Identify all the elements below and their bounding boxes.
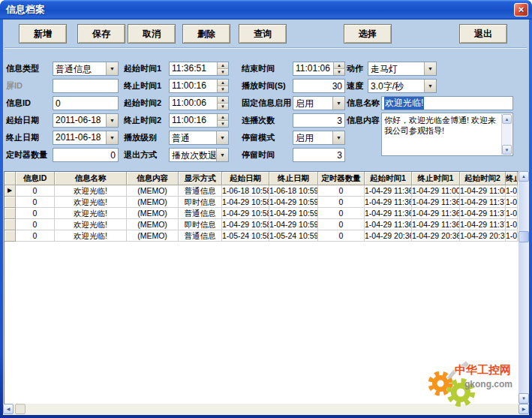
screen-id-field[interactable] — [53, 79, 119, 93]
grid-header-cell[interactable]: 定时器数量 — [318, 172, 365, 185]
grid-cell[interactable]: 0 — [16, 208, 55, 219]
grid-cell[interactable]: 1-04-29 10:58 — [222, 219, 269, 230]
grid-cell[interactable]: 1-04-29 20:36 — [460, 230, 506, 242]
grid-header-cell[interactable]: 起始日期 — [222, 172, 269, 185]
grid-cell[interactable]: 即时信息 — [179, 197, 222, 208]
grid-cell[interactable]: (MEMO) — [127, 185, 179, 197]
info-content-textarea[interactable]: 你好，欢迎光临金博通! 欢迎来我公司参观指导! ▲ ▼ — [381, 113, 513, 156]
grid-cell[interactable]: 1-04-29 11:37 — [460, 197, 506, 208]
spin-up-icon[interactable]: ▲ — [218, 97, 228, 104]
grid-header-cell[interactable]: 信息内容 — [127, 172, 179, 185]
grid-cell[interactable]: (MEMO) — [127, 197, 179, 208]
repeat-count-field[interactable]: 3 — [293, 113, 345, 128]
grid-cell[interactable]: 欢迎光临! — [55, 230, 127, 242]
grid-cell[interactable]: 1-06-18 10:58 — [222, 185, 269, 197]
chevron-down-icon[interactable]: ▼ — [106, 62, 118, 75]
exit-mode-combo[interactable]: 播放次数退出 ▼ — [169, 148, 229, 162]
grid-cell[interactable]: 普通信息 — [179, 208, 222, 219]
grid-row[interactable]: 0欢迎光临!(MEMO)即时信息1-04-29 10:581-04-29 10:… — [5, 219, 518, 230]
grid-header-cell[interactable]: 起始时间1 — [365, 172, 412, 185]
spin-up-icon[interactable]: ▲ — [334, 62, 344, 69]
grid-header-cell[interactable]: 终止日期 — [269, 172, 318, 185]
grid-cell[interactable]: (MEMO) — [127, 230, 179, 242]
grid-row[interactable]: 0欢迎光临!(MEMO)普通信息1-04-29 10:581-04-29 10:… — [5, 208, 518, 219]
grid-cell[interactable]: 1-04-29 10:58 — [222, 197, 269, 208]
grid-cell[interactable]: 0 — [16, 230, 55, 242]
grid-cell[interactable]: 1-04-29 10:59 — [269, 197, 318, 208]
grid-cell[interactable]: 1-04-29 20:36 — [412, 230, 460, 242]
grid-cell[interactable]: 1-05-24 10:58 — [222, 230, 269, 242]
grid-cell[interactable]: 1-04-29 10:59 — [269, 219, 318, 230]
spin-down-icon[interactable]: ▼ — [218, 86, 228, 92]
row-selector-cell[interactable] — [5, 219, 16, 230]
select-button[interactable]: 选择 — [344, 24, 392, 44]
grid-cell[interactable]: (MEMO) — [127, 208, 179, 219]
grid-cell[interactable]: 1-04-29 10:59 — [269, 208, 318, 219]
row-selector-cell[interactable] — [5, 230, 16, 242]
current-row-marker-icon[interactable]: ▶ — [5, 185, 16, 197]
vertical-scroll-thumb[interactable] — [518, 231, 529, 242]
stay-time-field[interactable]: 3 — [293, 148, 345, 162]
grid-cell[interactable]: 1-04-29 11:36 — [412, 197, 460, 208]
exit-button[interactable]: 退出 — [459, 24, 507, 44]
chevron-down-icon[interactable]: ▼ — [216, 131, 228, 144]
start-time2-spinner[interactable]: 11:00:06 ▲▼ — [169, 96, 229, 110]
textarea-scrollbar[interactable]: ▲ ▼ — [501, 114, 512, 155]
stop-time2-spinner[interactable]: 11:00:16 ▲▼ — [169, 113, 229, 128]
grid-cell[interactable]: 欢迎光临! — [55, 197, 127, 208]
stay-mode-combo[interactable]: 启用 ▼ — [293, 131, 345, 145]
chevron-down-icon[interactable]: ▼ — [106, 131, 118, 144]
chevron-down-icon[interactable]: ▼ — [332, 131, 344, 144]
grid-cell[interactable]: 1-04-29 11:36 — [365, 197, 412, 208]
grid-row[interactable]: 0欢迎光临!(MEMO)普通信息1-05-24 10:581-05-24 10:… — [5, 230, 518, 242]
grid-cell[interactable]: 1-06-18 10:59 — [269, 185, 318, 197]
query-button[interactable]: 查询 — [239, 24, 287, 44]
grid-cell[interactable]: 1-04-29 11:37 — [460, 208, 506, 219]
timer-count-field[interactable]: 0 — [53, 148, 119, 162]
grid-header-cell[interactable]: 终止时间2 — [506, 172, 518, 185]
speed-combo[interactable]: 3.0字/秒 ▼ — [368, 79, 437, 93]
chevron-down-icon[interactable]: ▼ — [332, 97, 344, 110]
grid-cell[interactable]: 1-04-29 11:00 — [412, 185, 460, 197]
info-id-field[interactable]: 0 — [53, 96, 119, 110]
new-button[interactable]: 新增 — [19, 24, 67, 44]
grid-cell[interactable]: 1-04-29 11:36 — [412, 208, 460, 219]
grid-cell[interactable]: 欢迎光临! — [55, 219, 127, 230]
grid-cell[interactable]: 欢迎光临! — [55, 185, 127, 197]
spin-down-icon[interactable]: ▼ — [334, 69, 344, 75]
grid-cell[interactable]: 普通信息 — [179, 230, 222, 242]
grid-cell[interactable]: 欢迎光临! — [55, 208, 127, 219]
spin-up-icon[interactable]: ▲ — [218, 80, 228, 86]
end-date-combo[interactable]: 2011-06-18 ▼ — [53, 131, 119, 145]
grid-header-cell[interactable]: 信息名称 — [55, 172, 127, 185]
play-seconds-field[interactable]: 30 — [293, 79, 345, 93]
scroll-up-icon[interactable]: ▲ — [502, 114, 512, 124]
grid-cell[interactable]: 0 — [318, 208, 365, 219]
play-level-combo[interactable]: 普通 ▼ — [169, 131, 229, 145]
grid-cell[interactable]: 0 — [318, 197, 365, 208]
spin-down-icon[interactable]: ▼ — [218, 104, 228, 110]
grid-cell[interactable]: 1-04-29 11:36 — [412, 219, 460, 230]
grid-cell[interactable]: 0 — [318, 185, 365, 197]
grid-cell[interactable]: 1-04-29 10:58 — [222, 208, 269, 219]
action-combo[interactable]: 走马灯 ▼ — [368, 62, 437, 76]
grid-cell[interactable]: 1-05-24 10:59 — [269, 230, 318, 242]
grid-cell[interactable]: 1-04 — [506, 185, 518, 197]
grid-cell[interactable]: 0 — [16, 219, 55, 230]
title-bar[interactable]: 信息档案 × — [0, 0, 532, 20]
fixed-info-enable-combo[interactable]: 启用 ▼ — [293, 96, 345, 110]
stop-time1-spinner[interactable]: 11:00:16 ▲▼ — [169, 79, 229, 93]
grid-cell[interactable]: 0 — [318, 230, 365, 242]
cancel-button[interactable]: 取消 — [128, 24, 176, 44]
end-time-spinner[interactable]: 11:01:06 ▲▼ — [293, 62, 345, 76]
spin-up-icon[interactable]: ▲ — [218, 62, 228, 69]
grid-row[interactable]: ▶0欢迎光临!(MEMO)普通信息1-06-18 10:581-06-18 10… — [5, 185, 518, 197]
row-selector-cell[interactable] — [5, 197, 16, 208]
grid-cell[interactable]: 0 — [16, 197, 55, 208]
grid-cell[interactable]: 1-04-29 11:00 — [460, 185, 506, 197]
grid-header-cell[interactable]: 显示方式 — [179, 172, 222, 185]
grid-cell[interactable]: 1-04 — [506, 197, 518, 208]
grid-cell[interactable]: (MEMO) — [127, 219, 179, 230]
chevron-down-icon[interactable]: ▼ — [424, 62, 436, 75]
grid-cell[interactable]: 即时信息 — [179, 219, 222, 230]
